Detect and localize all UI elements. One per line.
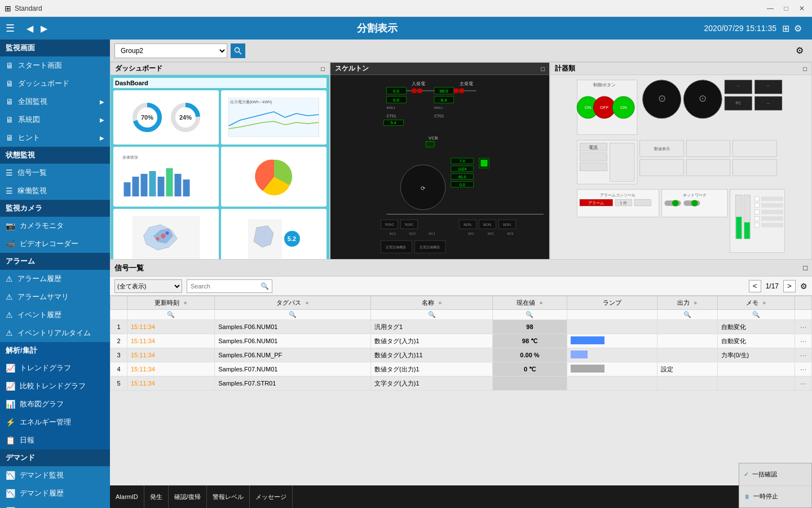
signal-expand-button[interactable]: □ (803, 264, 807, 272)
minimize-button[interactable]: — (765, 3, 776, 14)
svg-rect-145 (754, 223, 759, 227)
sidebar-item-alarm-history[interactable]: ⚠ アラーム履歴 (0, 270, 110, 288)
sidebar-item-camera[interactable]: 📷 カメラモニタ (0, 217, 110, 235)
sidebar-item-label: トレンドグラフ (20, 363, 71, 373)
bulk-confirm-button[interactable]: ✓ 一括確認 (739, 463, 811, 486)
instruments-title: 計器類 (555, 64, 575, 73)
nav-next-button[interactable]: ▶ (37, 21, 51, 36)
group-select[interactable]: Group2 Group1 Group3 (114, 43, 227, 58)
sidebar-item-event-realtime[interactable]: ⚠ イベントリアルタイム (0, 324, 110, 342)
svg-rect-17 (158, 177, 165, 196)
donut-chart-24: 24% (169, 100, 202, 134)
svg-rect-14 (133, 177, 139, 196)
main-content: Group2 Group1 Group3 ⚙ ダッシュボード □ (110, 40, 812, 508)
svg-text:定置設備機器: 定置設備機器 (420, 245, 440, 249)
sidebar-item-demand-monitor[interactable]: 📉 デマンド監視 (0, 466, 110, 484)
demand-icon: 📉 (6, 471, 15, 480)
dashboard-card-pie (221, 147, 326, 207)
report-icon: 📋 (6, 436, 15, 445)
demand-icon: 📉 (6, 489, 15, 498)
signal-search-input[interactable] (187, 279, 272, 293)
sidebar-item-recorder[interactable]: 📹 ビデオレコーダー (0, 235, 110, 253)
row-name: 文字タグ(入力)1 (371, 376, 493, 391)
sidebar-item-national[interactable]: 🖥 全国監視 ▶ (0, 93, 110, 111)
signal-filter-select[interactable]: (全て表示) アラーム 警告 (114, 279, 182, 293)
menu-button[interactable]: ☰ (6, 22, 23, 34)
content-toolbar: Group2 Group1 Group3 ⚙ (110, 40, 812, 62)
sidebar-item-event-history[interactable]: ⚠ イベント履歴 (0, 306, 110, 324)
grid-view-button[interactable]: ⊞ (782, 23, 789, 34)
row-output (657, 376, 717, 391)
row-more[interactable]: ··· (795, 334, 812, 348)
col-number (111, 296, 127, 310)
row-more[interactable]: ··· (795, 348, 812, 362)
instruments-expand-button[interactable]: □ (803, 65, 807, 72)
signal-settings-button[interactable]: ⚙ (800, 282, 807, 291)
title-bar: ⊞ Standard — □ ✕ (0, 0, 812, 17)
page-info: 1/17 (764, 282, 781, 290)
map-chart-2 (248, 219, 282, 259)
dashboard-card-map2: 5.2 (221, 209, 326, 260)
svg-text:全体状況: 全体状況 (122, 155, 138, 159)
svg-text:CT01: CT01 (387, 114, 396, 118)
search-icon-value: 🔍 (526, 311, 533, 318)
toolbar-settings-button[interactable]: ⚙ (792, 43, 807, 59)
badge-52: 5.2 (284, 231, 300, 247)
right-actions: ✓ 一括確認 ⏸ 一時停止 (739, 463, 812, 508)
search-icon: 🔍 (261, 282, 269, 290)
settings-header-button[interactable]: ⚙ (794, 23, 802, 34)
pause-label: 一時停止 (753, 492, 778, 501)
page-prev-button[interactable]: < (749, 280, 761, 292)
col-dot: ● (438, 299, 442, 306)
row-more[interactable]: ··· (795, 362, 812, 376)
svg-text:定置設備機器: 定置設備機器 (386, 245, 406, 249)
col-output: 出力 ● (657, 296, 717, 310)
sidebar-item-alarm-summary[interactable]: ⚠ アラームサマリ (0, 288, 110, 306)
nav-prev-button[interactable]: ◀ (23, 21, 37, 36)
svg-text:SC1: SC1 (390, 232, 396, 235)
camera-icon: 📷 (6, 221, 15, 230)
sidebar-item-label: ダッシュボード (18, 78, 69, 89)
table-row: 5 15:11:34 Samples.F07.STR01 文字タグ(入力)1 ·… (111, 376, 812, 391)
line-chart: 出力電力量(kWh～kWh) (223, 98, 324, 137)
col-value: 現在値 ● (493, 296, 567, 310)
sidebar-item-demand-history[interactable]: 📉 デマンド履歴 (0, 484, 110, 502)
svg-rect-118 (733, 159, 777, 176)
skeleton-title: スケルトン (335, 64, 369, 73)
sidebar-item-energy[interactable]: ⚡ エネルギー管理 (0, 413, 110, 431)
svg-text:0.0: 0.0 (460, 183, 465, 187)
sidebar-item-system[interactable]: 🖥 系統図 ▶ (0, 111, 110, 129)
sidebar-item-compare-trend[interactable]: 📈 比較トレンドグラフ (0, 377, 110, 395)
pause-button[interactable]: ⏸ 一時停止 (739, 486, 811, 508)
svg-rect-20 (183, 179, 190, 196)
table-row: 3 15:11:34 Samples.F06.NUM_PF 数値タグ(入力)11… (111, 348, 812, 362)
dashboard-expand-button[interactable]: □ (321, 65, 325, 72)
search-button[interactable] (231, 43, 245, 58)
confirm-label: 一括確認 (752, 470, 777, 479)
signal-list-title: 信号一覧 (114, 263, 144, 273)
maximize-button[interactable]: □ (780, 3, 792, 14)
panels-area: ダッシュボード □ DashBoard (110, 62, 812, 260)
sidebar-item-dashboard[interactable]: 🖥 ダッシュボード (0, 75, 110, 93)
sidebar-item-start[interactable]: 🖥 スタート画面 (0, 56, 110, 75)
svg-point-131 (691, 200, 698, 207)
sidebar-item-trend[interactable]: 📈 トレンドグラフ (0, 359, 110, 377)
sidebar-item-signal-list[interactable]: ☰ 信号一覧 (0, 164, 110, 182)
row-more[interactable]: ··· (795, 320, 812, 334)
sidebar-item-demand-report[interactable]: 📉 デマンドレポート (0, 502, 110, 508)
svg-text:入発電: 入発電 (412, 81, 425, 86)
sidebar-item-operation[interactable]: ☰ 稼働監視 (0, 182, 110, 200)
sidebar-item-scatter[interactable]: 📊 散布図グラフ (0, 395, 110, 413)
skeleton-expand-button[interactable]: □ (541, 65, 545, 72)
row-value (493, 376, 567, 391)
sidebar-item-daily-report[interactable]: 📋 日報 (0, 431, 110, 449)
sidebar-item-hint[interactable]: 🖥 ヒント ▶ (0, 129, 110, 147)
svg-rect-141 (754, 210, 759, 214)
row-more[interactable]: ··· (795, 376, 812, 391)
svg-text:60.0: 60.0 (458, 175, 466, 179)
app-body: 監視画面 🖥 スタート画面 🖥 ダッシュボード 🖥 全国監視 ▶ 🖥 系統図 ▶… (0, 40, 812, 508)
window-controls: — □ ✕ (765, 3, 807, 14)
close-button[interactable]: ✕ (796, 3, 807, 14)
sidebar-item-label: 全国監視 (18, 97, 47, 107)
page-next-button[interactable]: > (783, 280, 796, 292)
